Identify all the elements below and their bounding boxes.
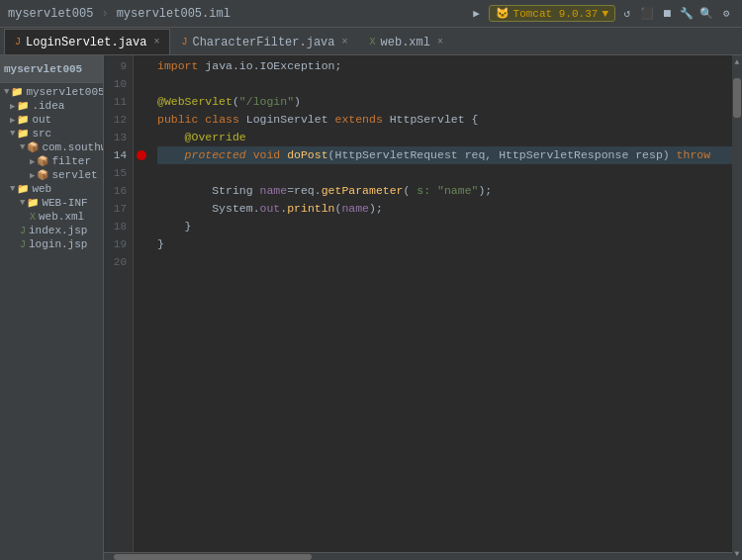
throw-kw: throw xyxy=(677,146,711,164)
tree-item-webinf[interactable]: ▼ 📁 WEB-INF xyxy=(0,196,103,210)
gutter-15 xyxy=(134,164,149,182)
tab-characterfilter-close[interactable]: × xyxy=(342,37,348,47)
line-num-12: 12 xyxy=(104,111,127,129)
arrow-right-icon: ▶ xyxy=(10,101,15,112)
tree-label-loginjsp: login.jsp xyxy=(29,238,87,250)
name-ref: name xyxy=(341,200,369,218)
tree-item-loginjsp[interactable]: J login.jsp xyxy=(0,237,103,251)
code-line-15 xyxy=(157,164,732,182)
line-num-13: 13 xyxy=(104,129,127,146)
tree-label-src: src xyxy=(32,128,51,140)
s-hint: s: xyxy=(417,182,430,200)
horizontal-scrollbar[interactable] xyxy=(104,552,732,560)
tab-characterfilter[interactable]: J CharacterFilter.java × xyxy=(170,29,358,54)
tree-item-root[interactable]: ▼ 📁 myservlet005 xyxy=(0,85,103,99)
reload-icon[interactable]: ↺ xyxy=(619,6,635,22)
tomcat-icon-small: 🐱 xyxy=(496,7,510,20)
sidebar: myservlet005 ▼ 📁 myservlet005 ▶ 📁 .idea … xyxy=(0,55,104,560)
src-folder-icon: 📁 xyxy=(17,128,29,140)
scroll-down-arrow[interactable]: ▼ xyxy=(735,547,740,560)
code-line-11: @WebServlet("/login") xyxy=(157,93,732,111)
tree-label-root: myservlet005 xyxy=(26,86,103,98)
title-bar-left: myservlet005 › myservlet005.iml xyxy=(8,7,469,21)
arrow-down-icon-2: ▼ xyxy=(10,129,15,139)
line-numbers: 9 10 11 12 13 14 15 16 17 18 19 20 xyxy=(104,55,134,552)
tree-item-servlet[interactable]: ▶ 📦 servlet xyxy=(0,168,103,182)
code-line-19: } xyxy=(157,235,732,253)
tab-loginservlet[interactable]: J LoginServlet.java × xyxy=(4,29,170,54)
name-str: "name" xyxy=(437,182,478,200)
tree-label-out: out xyxy=(32,114,51,126)
brace-open: { xyxy=(472,111,479,129)
code-lines[interactable]: import java.io.IOException; @WebServlet(… xyxy=(149,55,732,552)
gear-icon[interactable]: ⚙ xyxy=(718,6,734,22)
tree-item-webxml[interactable]: X web.xml xyxy=(0,210,103,224)
println-method: println xyxy=(287,200,334,218)
run-icon[interactable]: ▶ xyxy=(469,6,485,22)
pkg-folder-icon: 📦 xyxy=(27,141,39,153)
tab-webxml-label: web.xml xyxy=(381,36,430,49)
override-ann: @Override xyxy=(185,129,246,146)
settings-icon[interactable]: 🔧 xyxy=(679,6,695,22)
gutter-14-bp[interactable] xyxy=(134,146,149,164)
tree-label-webinf: WEB-INF xyxy=(42,197,87,209)
tree-label-web: web xyxy=(32,183,51,195)
arrow-right-icon-4: ▶ xyxy=(30,170,35,181)
code-line-10 xyxy=(157,75,732,93)
class-kw: class xyxy=(205,111,239,129)
scroll-thumb xyxy=(733,78,741,118)
search-icon[interactable]: 🔍 xyxy=(698,6,714,22)
tree-label-idea: .idea xyxy=(32,100,64,112)
tree-label-indexjsp: index.jsp xyxy=(29,225,87,236)
tree-item-compackage[interactable]: ▼ 📦 com.southw... xyxy=(0,140,103,154)
tab-characterfilter-label: CharacterFilter.java xyxy=(192,36,334,49)
class-name: LoginServlet xyxy=(246,111,328,129)
resp-param: resp xyxy=(635,146,663,164)
title-sep: › xyxy=(101,7,108,21)
editor-tab-bar: J LoginServlet.java × J CharacterFilter.… xyxy=(0,28,742,55)
code-line-18: } xyxy=(157,218,732,235)
paren3-open: ( xyxy=(404,182,411,200)
brace-close-class: } xyxy=(157,235,164,253)
servlet-folder-icon: 📦 xyxy=(37,169,48,181)
out-ref: out xyxy=(260,200,281,218)
tree-item-web[interactable]: ▼ 📁 web xyxy=(0,182,103,196)
arrow-down-icon: ▼ xyxy=(4,87,9,97)
web-folder-icon: 📁 xyxy=(17,183,29,195)
gutter-17 xyxy=(134,200,149,218)
dopost-method: doPost xyxy=(287,146,327,164)
tree-item-filter[interactable]: ▶ 📦 filter xyxy=(0,154,103,168)
arrow-down-icon-3: ▼ xyxy=(20,142,25,152)
code-line-9: import java.io.IOException; xyxy=(157,57,732,75)
project-tree: ▼ 📁 myservlet005 ▶ 📁 .idea ▶ 📁 out ▼ 📁 s… xyxy=(0,83,103,560)
tree-label-filter: filter xyxy=(51,155,91,167)
scroll-up-arrow[interactable]: ▲ xyxy=(735,55,740,68)
tree-item-idea[interactable]: ▶ 📁 .idea xyxy=(0,99,103,113)
tree-item-indexjsp[interactable]: J index.jsp xyxy=(0,224,103,237)
debug-icon[interactable]: ⬛ xyxy=(639,6,655,22)
code-line-20 xyxy=(157,253,732,271)
xml-icon: X xyxy=(370,37,376,47)
sidebar-header: myservlet005 xyxy=(0,55,103,83)
arrow-down-icon-5: ▼ xyxy=(20,198,25,208)
tab-webxml[interactable]: X web.xml × xyxy=(359,29,454,54)
tomcat-badge[interactable]: 🐱 Tomcat 9.0.37 ▼ xyxy=(489,5,615,22)
tree-label-servlet: servlet xyxy=(51,169,97,181)
string-type: String xyxy=(212,182,252,200)
tree-item-out[interactable]: ▶ 📁 out xyxy=(0,113,103,127)
brace-close-method: } xyxy=(185,218,192,235)
right-scrollbar[interactable]: ▲ ▼ xyxy=(732,55,742,560)
tab-webxml-close[interactable]: × xyxy=(437,37,443,47)
java-icon-2: J xyxy=(181,37,187,47)
title-bar-icons: ▶ 🐱 Tomcat 9.0.37 ▼ ↺ ⬛ ⏹ 🔧 🔍 ⚙ xyxy=(469,5,734,22)
project-title: myservlet005 xyxy=(8,7,93,21)
servlet-path: "/login" xyxy=(239,93,294,111)
line-num-17: 17 xyxy=(104,200,127,218)
req-param: req xyxy=(465,146,486,164)
paren-open: ( xyxy=(232,93,239,111)
tree-item-src[interactable]: ▼ 📁 src xyxy=(0,127,103,140)
code-line-17: System.out.println(name); xyxy=(157,200,732,218)
tab-loginservlet-close[interactable]: × xyxy=(153,37,159,47)
gutter-icons xyxy=(134,55,149,552)
stop-icon[interactable]: ⏹ xyxy=(659,6,675,22)
